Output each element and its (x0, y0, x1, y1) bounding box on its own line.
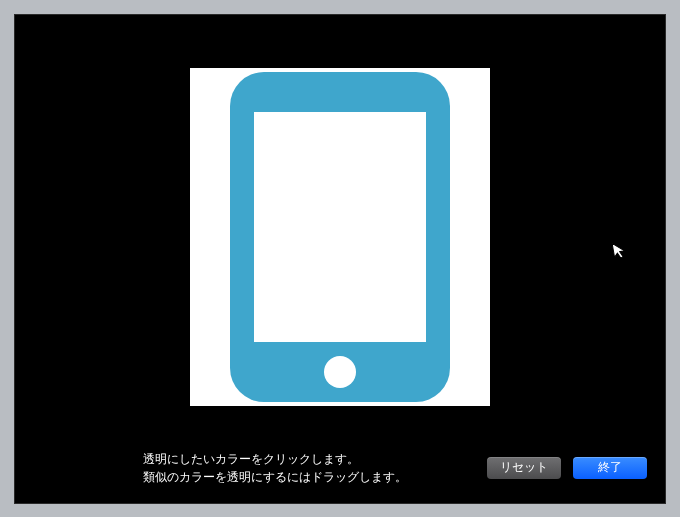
instruction-line-2: 類似のカラーを透明にするにはドラッグします。 (143, 468, 475, 486)
instructions: 透明にしたいカラーをクリックします。 類似のカラーを透明にするにはドラッグします… (33, 450, 475, 486)
done-button[interactable]: 終了 (573, 457, 647, 479)
svg-rect-1 (254, 112, 426, 342)
bottom-bar: 透明にしたいカラーをクリックします。 類似のカラーを透明にするにはドラッグします… (15, 443, 665, 503)
phone-icon (220, 72, 460, 402)
image-stage[interactable] (190, 68, 490, 406)
canvas-area[interactable] (15, 31, 665, 443)
svg-point-2 (324, 356, 356, 388)
instruction-line-1: 透明にしたいカラーをクリックします。 (143, 450, 475, 468)
instant-alpha-panel: 透明にしたいカラーをクリックします。 類似のカラーを透明にするにはドラッグします… (14, 14, 666, 504)
button-group: リセット 終了 (487, 457, 647, 479)
reset-button[interactable]: リセット (487, 457, 561, 479)
